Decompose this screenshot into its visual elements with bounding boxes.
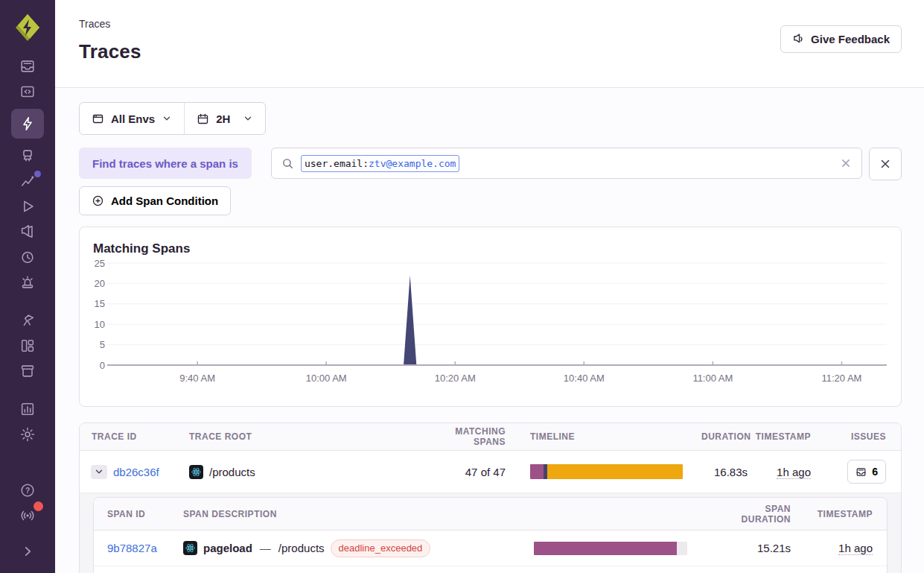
add-span-condition-label: Add Span Condition xyxy=(111,194,218,207)
close-icon xyxy=(879,157,892,171)
window-icon xyxy=(92,113,104,125)
span-row: b7a7e441 GX http.server — GET /organizat… xyxy=(94,566,887,573)
svg-text:9:40 AM: 9:40 AM xyxy=(179,373,215,384)
sidebar-item-discover[interactable] xyxy=(13,308,42,333)
trace-root-label[interactable]: /products xyxy=(209,466,255,478)
matching-spans-chart: 9:40 AM10:00 AM10:20 AM10:40 AM11:00 AM1… xyxy=(93,256,889,387)
alert-dot xyxy=(34,501,43,511)
remove-condition-button[interactable] xyxy=(869,148,902,180)
span-search-input[interactable]: user.email:ztv@example.com xyxy=(271,148,862,179)
give-feedback-label: Give Feedback xyxy=(811,33,890,45)
span-duration: 15.21s xyxy=(716,542,813,554)
sidebar-item-replays[interactable] xyxy=(13,194,42,219)
calendar-icon xyxy=(197,113,209,125)
notification-dot xyxy=(34,171,41,177)
chevron-down-icon xyxy=(95,467,103,476)
svg-text:11:00 AM: 11:00 AM xyxy=(692,373,733,384)
svg-text:10:00 AM: 10:00 AM xyxy=(306,373,347,384)
megaphone-icon xyxy=(792,33,805,45)
sidebar-item-stats[interactable] xyxy=(13,396,42,422)
svg-text:11:20 AM: 11:20 AM xyxy=(821,373,861,384)
col-span-duration: SPAN DURATION xyxy=(716,504,813,525)
span-description: /products xyxy=(278,542,325,554)
col-issues: ISSUES xyxy=(817,431,901,442)
sidebar-item-profiling[interactable] xyxy=(13,143,42,168)
svg-text:10:40 AM: 10:40 AM xyxy=(564,373,605,384)
span-op: pageload xyxy=(203,542,252,554)
sidebar-item-help[interactable]: ? xyxy=(13,478,42,503)
sidebar-item-issues[interactable] xyxy=(13,54,42,79)
span-timestamp: 1h ago xyxy=(838,542,873,555)
sidebar-item-releases[interactable] xyxy=(13,358,42,384)
react-platform-icon xyxy=(189,465,203,479)
matching-spans-chart-panel: Matching Spans 9:40 AM10:00 AM10:20 AM10… xyxy=(79,227,902,407)
svg-text:10: 10 xyxy=(95,319,105,330)
sidebar-item-alerts[interactable] xyxy=(13,270,42,295)
trace-timeline-bar xyxy=(530,464,683,479)
react-platform-icon xyxy=(183,541,197,555)
page-filter-bar: All Envs 2H xyxy=(79,102,266,135)
span-condition-label: Find traces where a span is xyxy=(79,148,252,179)
collapse-trace-button[interactable] xyxy=(91,465,107,479)
environment-filter[interactable]: All Envs xyxy=(80,103,184,134)
trace-duration: 16.83s xyxy=(701,466,753,478)
date-range-filter-label: 2H xyxy=(216,113,230,125)
sidebar-item-settings[interactable] xyxy=(13,422,42,447)
sentry-logo[interactable] xyxy=(12,12,43,43)
col-trace-root: TRACE ROOT xyxy=(184,431,437,442)
svg-text:10:20 AM: 10:20 AM xyxy=(435,373,476,384)
page-title: Traces xyxy=(79,40,902,63)
add-span-condition-button[interactable]: Add Span Condition xyxy=(79,186,231,215)
search-icon xyxy=(281,157,294,170)
trace-expanded-region: SPAN ID SPAN DESCRIPTION SPAN DURATION T… xyxy=(80,493,901,573)
svg-text:5: 5 xyxy=(100,339,105,350)
date-range-filter[interactable]: 2H xyxy=(185,103,265,134)
search-filter-token[interactable]: user.email:ztv@example.com xyxy=(301,155,460,172)
spans-table-header: SPAN ID SPAN DESCRIPTION SPAN DURATION T… xyxy=(94,498,887,531)
token-key: user.email: xyxy=(305,158,369,169)
col-span-timestamp: TIMESTAMP xyxy=(813,509,888,519)
col-span-id: SPAN ID xyxy=(94,509,176,519)
sidebar-item-crons[interactable] xyxy=(13,244,42,270)
col-span-description: SPAN DESCRIPTION xyxy=(176,509,534,519)
trace-issues-button[interactable]: 6 xyxy=(847,460,886,484)
sidebar: ? xyxy=(0,0,55,573)
give-feedback-button[interactable]: Give Feedback xyxy=(780,25,902,53)
page-header: Traces Traces Give Feedback xyxy=(55,0,924,88)
svg-text:?: ? xyxy=(25,487,30,495)
issues-icon xyxy=(856,466,867,478)
svg-text:25: 25 xyxy=(95,258,105,269)
col-trace-id: TRACE ID xyxy=(80,431,184,442)
col-timeline: TIMELINE xyxy=(512,431,701,442)
chart-title: Matching Spans xyxy=(93,241,888,256)
span-condition-row: Find traces where a span is user.email:z… xyxy=(79,148,902,180)
trace-row: db26c36f /products xyxy=(80,451,901,493)
col-duration: DURATION xyxy=(701,431,753,442)
span-id-link[interactable]: 9b78827a xyxy=(107,542,157,554)
token-value: ztv@example.com xyxy=(369,158,456,169)
trace-issues-count: 6 xyxy=(872,466,878,478)
sidebar-collapse-button[interactable] xyxy=(13,539,42,564)
sidebar-item-metrics[interactable] xyxy=(13,168,42,194)
span-row: 9b78827a xyxy=(94,531,887,566)
chevron-down-icon xyxy=(162,113,172,124)
separator: — xyxy=(258,542,273,554)
chevron-down-icon xyxy=(243,113,253,124)
sidebar-item-service-updates[interactable] xyxy=(13,503,42,528)
sidebar-item-dashboards[interactable] xyxy=(13,333,42,358)
col-timestamp: TIMESTAMP xyxy=(753,431,817,442)
sidebar-item-feedback[interactable] xyxy=(13,219,42,244)
sidebar-item-traces[interactable] xyxy=(11,109,44,139)
span-status-badge: deadline_exceeded xyxy=(331,539,431,557)
trace-id-link[interactable]: db26c36f xyxy=(113,466,159,478)
traces-table-header: TRACE ID TRACE ROOT MATCHING SPANS TIMEL… xyxy=(80,423,901,451)
breadcrumb[interactable]: Traces xyxy=(79,18,902,30)
traces-table: TRACE ID TRACE ROOT MATCHING SPANS TIMEL… xyxy=(79,422,902,573)
sidebar-item-explore[interactable] xyxy=(13,79,42,104)
spans-table: SPAN ID SPAN DESCRIPTION SPAN DURATION T… xyxy=(93,497,888,573)
svg-text:0: 0 xyxy=(100,360,105,371)
span-duration-bar xyxy=(534,542,687,555)
clear-search-icon[interactable] xyxy=(839,156,853,170)
svg-text:15: 15 xyxy=(95,298,105,309)
environment-filter-label: All Envs xyxy=(111,113,155,125)
